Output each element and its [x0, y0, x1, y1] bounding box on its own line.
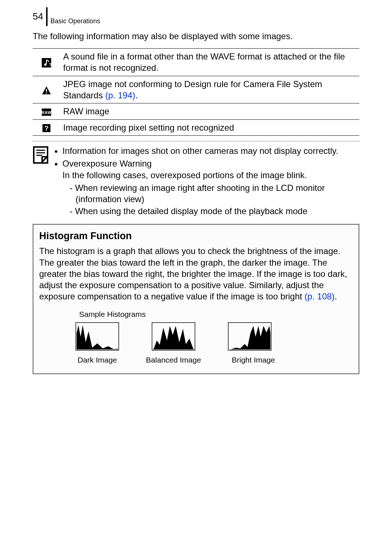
table-cell-desc: JPEG image not conforming to Design rule…: [60, 76, 359, 103]
histogram-label: Balanced Image: [144, 355, 203, 365]
page-number: 54: [33, 7, 48, 26]
sample-caption: Sample Histograms: [79, 309, 353, 319]
histogram-label: Bright Image: [228, 355, 279, 365]
histogram-label: Dark Image: [75, 355, 119, 365]
svg-rect-4: [46, 93, 47, 94]
svg-rect-3: [46, 89, 47, 92]
histogram-section: Histogram Function The histogram is a gr…: [33, 224, 359, 374]
histogram-text: The histogram is a graph that allows you…: [39, 245, 353, 302]
table-cell-desc: Image recording pixel setting not recogn…: [60, 119, 359, 136]
intro-text: The following information may also be di…: [33, 30, 359, 42]
page-header: 54 Basic Operations: [33, 7, 359, 26]
warning-triangle-icon: [41, 85, 52, 95]
music-question-icon: ?: [41, 58, 52, 68]
histogram-sample-bright: [228, 322, 271, 353]
svg-text:RAW: RAW: [41, 110, 51, 115]
table-cell-desc: A sound file in a format other than the …: [60, 49, 359, 76]
divider: [33, 141, 359, 142]
note-bullet: Overexposure Warning In the following ca…: [62, 158, 359, 217]
svg-text:?: ?: [44, 124, 49, 132]
page-ref-link[interactable]: (p. 194): [105, 90, 135, 100]
memo-icon: [33, 146, 50, 218]
note-subitem: When reviewing an image right after shoo…: [70, 182, 359, 205]
raw-icon: RAW: [41, 107, 52, 117]
histogram-heading: Histogram Function: [39, 230, 353, 242]
histogram-sample-balanced: [152, 322, 195, 353]
histogram-sample-dark: [75, 322, 119, 353]
note-bullet: Information for images shot on other cam…: [62, 145, 359, 156]
note-subitem: When using the detailed display mode of …: [70, 205, 359, 217]
svg-point-1: [44, 64, 46, 66]
page-ref-link[interactable]: (p. 108): [305, 291, 335, 301]
question-box-icon: ?: [41, 123, 52, 133]
svg-text:?: ?: [49, 62, 52, 68]
note-block: Information for images shot on other cam…: [33, 145, 359, 218]
section-title: Basic Operations: [50, 17, 100, 26]
table-cell-desc: RAW image: [60, 103, 359, 119]
info-icon-table: ? A sound file in a format other than th…: [33, 48, 359, 136]
